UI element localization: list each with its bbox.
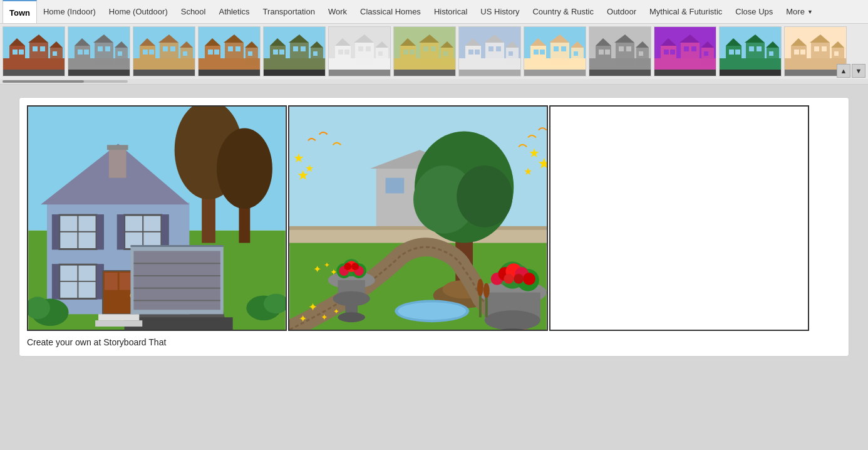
svg-text:★: ★ [537,155,547,172]
thumbnail-8[interactable] [458,26,521,76]
svg-rect-143 [661,46,676,65]
nav-tab-school[interactable]: School [175,0,213,24]
svg-rect-67 [311,48,323,65]
svg-rect-72 [329,70,391,76]
svg-rect-31 [140,46,155,65]
svg-rect-150 [691,46,696,51]
panel-3[interactable] [549,105,809,331]
svg-point-275 [514,274,524,284]
svg-rect-52 [235,46,240,51]
nav-tab-town[interactable]: Town [3,0,37,24]
svg-text:✦: ✦ [324,261,330,269]
thumbnail-9[interactable] [524,26,586,76]
svg-rect-156 [720,70,782,76]
svg-rect-81 [376,48,388,65]
panels-row: ✦ ✦ ✦ ✦ ✦ ✦ ✦ ✦ ✦ ✦ ⌒ ⌒ [27,105,841,331]
svg-rect-66 [301,46,306,51]
thumbnail-3[interactable] [133,26,195,76]
thumbnail-2[interactable] [68,26,130,76]
thumbnail-12[interactable] [719,26,782,76]
svg-rect-115 [530,46,546,65]
svg-rect-20 [84,50,89,55]
svg-rect-37 [163,46,168,51]
nav-tab-close-ups[interactable]: Close Ups [729,0,780,24]
thumbnail-strip-wrapper: ▲ ▼ [0,24,868,85]
svg-rect-9 [33,46,38,51]
svg-rect-44 [199,70,261,76]
svg-rect-133 [616,43,634,65]
svg-rect-121 [554,46,559,51]
scroll-thumb [3,80,84,83]
svg-rect-147 [681,43,700,65]
svg-rect-122 [561,46,566,51]
svg-rect-73 [335,46,351,65]
svg-rect-59 [270,46,286,65]
svg-rect-136 [626,46,631,51]
nav-tab-outdoor[interactable]: Outdoor [601,0,643,24]
thumbnail-11[interactable] [654,26,716,76]
svg-rect-3 [9,46,25,65]
thumbnail-strip[interactable] [0,24,868,79]
svg-rect-157 [726,46,741,65]
svg-rect-146 [670,50,675,55]
svg-rect-177 [814,46,819,51]
svg-rect-75 [338,50,343,55]
svg-rect-69 [313,51,318,56]
svg-rect-125 [574,51,578,56]
svg-rect-25 [115,48,128,65]
thumbnail-10[interactable] [589,26,651,76]
svg-rect-139 [639,51,643,56]
svg-rect-174 [800,50,805,55]
arrow-controls: ▲ ▼ [837,64,865,78]
svg-rect-202 [117,214,125,249]
svg-rect-90 [410,50,415,55]
panel-1[interactable] [27,105,287,331]
svg-point-274 [504,274,514,284]
svg-rect-11 [50,48,63,65]
svg-text:★: ★ [297,167,309,183]
nav-tab-classical-homes[interactable]: Classical Homes [354,0,428,24]
svg-rect-192 [109,147,127,177]
nav-tab-country-rustic[interactable]: Country & Rustic [526,0,601,24]
nav-tab-historical[interactable]: Historical [428,0,474,24]
nav-tab-athletics[interactable]: Athletics [212,0,256,24]
svg-rect-33 [143,50,148,55]
nav-tab-transportation[interactable]: Transportation [257,0,322,24]
svg-point-279 [483,283,490,298]
svg-rect-86 [394,70,456,76]
svg-rect-7 [29,43,48,65]
nav-tab-work[interactable]: Work [322,0,354,24]
svg-rect-27 [118,51,122,56]
thumbnail-7[interactable] [393,26,456,76]
svg-rect-77 [355,43,374,65]
thumbnail-1[interactable] [3,26,65,76]
svg-rect-2 [3,70,65,76]
scroll-up-button[interactable]: ▲ [837,64,850,78]
nav-tab-home-indoor[interactable]: Home (Indoor) [37,0,103,24]
thumbnail-5[interactable] [263,26,326,76]
svg-rect-218 [95,320,142,327]
thumbnail-4[interactable] [198,26,261,76]
svg-rect-173 [794,50,799,55]
category-navbar: TownHome (Indoor)Home (Outdoor)SchoolAth… [0,0,868,24]
svg-rect-161 [746,43,765,65]
nav-tab-us-history[interactable]: US History [474,0,526,24]
svg-rect-151 [701,48,714,65]
thumbnail-6[interactable] [328,26,391,76]
svg-rect-35 [160,43,178,65]
svg-rect-19 [78,50,83,55]
panel-2[interactable]: ✦ ✦ ✦ ✦ ✦ ✦ ✦ ✦ ✦ ✦ ⌒ ⌒ [288,105,548,331]
nav-tab-mythical-futuristic[interactable]: Mythical & Futuristic [643,0,729,24]
svg-rect-16 [68,70,130,76]
svg-rect-129 [596,46,611,65]
svg-rect-117 [534,50,539,55]
svg-point-245 [398,302,466,320]
svg-rect-41 [183,51,187,56]
scroll-down-button[interactable]: ▼ [852,64,865,78]
nav-tab-home-outdoor[interactable]: Home (Outdoor) [103,0,175,24]
svg-rect-47 [208,50,213,55]
svg-rect-58 [264,70,326,76]
svg-rect-171 [791,46,807,65]
nav-tab-more[interactable]: More [780,0,820,24]
svg-rect-160 [735,50,740,55]
